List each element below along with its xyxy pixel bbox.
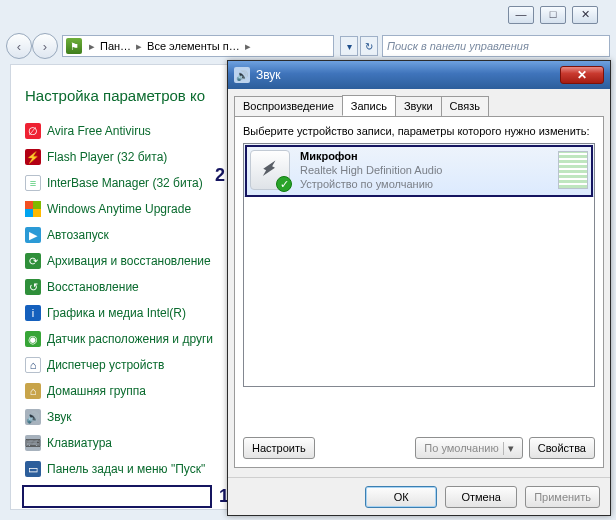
- address-bar[interactable]: ⚑ ▸ Пан… ▸ Все элементы п… ▸: [62, 35, 334, 57]
- address-dropdown-button[interactable]: ▾: [340, 36, 358, 56]
- control-panel-item-label: Avira Free Antivirus: [47, 124, 151, 138]
- cancel-button[interactable]: Отмена: [445, 486, 517, 508]
- device-name: Микрофон: [300, 149, 548, 163]
- control-panel-icon: ⚑: [66, 38, 82, 54]
- explorer-toolbar: ‹ › ⚑ ▸ Пан… ▸ Все элементы п… ▸ ▾ ↻ Пои…: [6, 32, 610, 60]
- arch-icon: ⟳: [25, 253, 41, 269]
- dialog-footer: ОК Отмена Применить: [228, 477, 610, 515]
- breadcrumb-node[interactable]: Все элементы п…: [147, 40, 240, 52]
- device-list[interactable]: ✓ Микрофон Realtek High Definition Audio…: [243, 143, 595, 387]
- annotation-box-1: [22, 485, 212, 508]
- sound-icon: 🔊: [25, 409, 41, 425]
- dialog-title-bar[interactable]: 🔊 Звук ✕: [228, 61, 610, 89]
- intel-icon: i: [25, 305, 41, 321]
- minimize-button[interactable]: —: [508, 6, 534, 24]
- control-panel-item-label: Графика и медиа Intel(R): [47, 306, 186, 320]
- ok-button[interactable]: ОК: [365, 486, 437, 508]
- breadcrumb-sep-icon: ▸: [86, 40, 98, 53]
- win-icon: [25, 201, 41, 217]
- tab-playback[interactable]: Воспроизведение: [234, 96, 343, 117]
- dev-icon: ⌂: [25, 357, 41, 373]
- level-meter: [558, 151, 588, 189]
- nav-back-button[interactable]: ‹: [6, 33, 32, 59]
- loc-icon: ◉: [25, 331, 41, 347]
- tab-strip: ВоспроизведениеЗаписьЗвукиСвязь: [228, 89, 610, 116]
- device-item-microphone[interactable]: ✓ Микрофон Realtek High Definition Audio…: [244, 144, 594, 197]
- set-default-label: По умолчанию: [424, 442, 498, 454]
- set-default-button: По умолчанию ▾: [415, 437, 522, 459]
- control-panel-item-label: Автозапуск: [47, 228, 109, 242]
- control-panel-item-label: Домашняя группа: [47, 384, 146, 398]
- tab-sounds[interactable]: Звуки: [395, 96, 442, 117]
- breadcrumb-root[interactable]: Пан…: [100, 40, 131, 52]
- properties-button[interactable]: Свойства: [529, 437, 595, 459]
- annotation-label-2: 2: [215, 165, 225, 186]
- control-panel-item-label: Flash Player (32 бита): [47, 150, 167, 164]
- maximize-button[interactable]: □: [540, 6, 566, 24]
- nav-forward-button[interactable]: ›: [32, 33, 58, 59]
- breadcrumb-sep-icon: ▸: [133, 40, 145, 53]
- control-panel-item-label: InterBase Manager (32 бита): [47, 176, 203, 190]
- chevron-down-icon: ▾: [503, 442, 514, 455]
- dialog-title: Звук: [256, 68, 560, 82]
- default-check-icon: ✓: [276, 176, 292, 192]
- dialog-close-button[interactable]: ✕: [560, 66, 604, 84]
- kbd-icon: ⌨: [25, 435, 41, 451]
- instruction-text: Выберите устройство записи, параметры ко…: [243, 125, 595, 137]
- microphone-icon: ✓: [250, 150, 290, 190]
- tab-recording[interactable]: Запись: [342, 95, 396, 116]
- configure-button[interactable]: Настроить: [243, 437, 315, 459]
- breadcrumb-sep-icon: ▸: [242, 40, 254, 53]
- home-icon: ⌂: [25, 383, 41, 399]
- tab-communications[interactable]: Связь: [441, 96, 489, 117]
- restore-icon: ↺: [25, 279, 41, 295]
- control-panel-item-label: Архивация и восстановление: [47, 254, 211, 268]
- apply-button: Применить: [525, 486, 600, 508]
- flash-icon: ⚡: [25, 149, 41, 165]
- device-driver: Realtek High Definition Audio: [300, 163, 548, 177]
- search-input[interactable]: Поиск в панели управления: [382, 35, 610, 57]
- control-panel-item-label: Панель задач и меню "Пуск": [47, 462, 205, 476]
- tbar-icon: ▭: [25, 461, 41, 477]
- sound-icon: 🔊: [234, 67, 250, 83]
- control-panel-item-label: Датчик расположения и други: [47, 332, 213, 346]
- control-panel-item-label: Windows Anytime Upgrade: [47, 202, 191, 216]
- ibase-icon: ≡: [25, 175, 41, 191]
- refresh-button[interactable]: ↻: [360, 36, 378, 56]
- close-button[interactable]: ✕: [572, 6, 598, 24]
- control-panel-item-label: Диспетчер устройств: [47, 358, 164, 372]
- auto-icon: ▶: [25, 227, 41, 243]
- sound-dialog: 🔊 Звук ✕ ВоспроизведениеЗаписьЗвукиСвязь…: [227, 60, 611, 516]
- control-panel-item-label: Восстановление: [47, 280, 139, 294]
- device-status: Устройство по умолчанию: [300, 177, 548, 191]
- control-panel-item-label: Клавиатура: [47, 436, 112, 450]
- tab-body-recording: Выберите устройство записи, параметры ко…: [234, 116, 604, 468]
- avira-icon: ∅: [25, 123, 41, 139]
- control-panel-item-label: Звук: [47, 410, 72, 424]
